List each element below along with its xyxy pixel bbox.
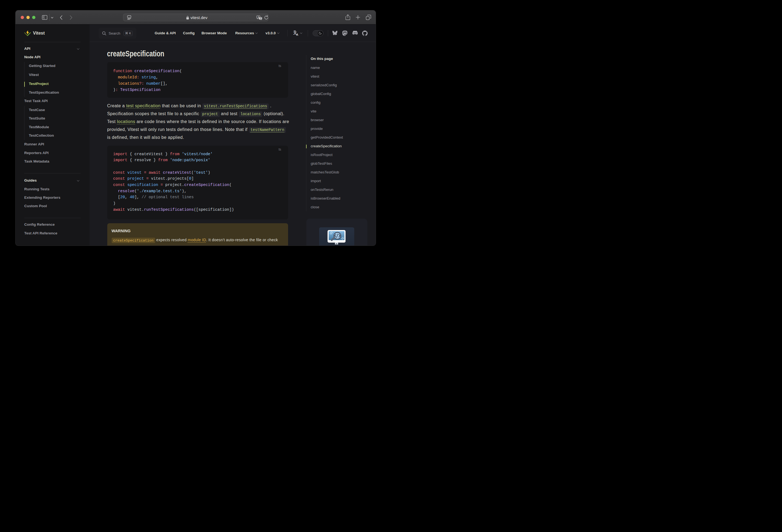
svg-text:A: A bbox=[296, 33, 298, 36]
svg-text:文: 文 bbox=[260, 17, 262, 19]
